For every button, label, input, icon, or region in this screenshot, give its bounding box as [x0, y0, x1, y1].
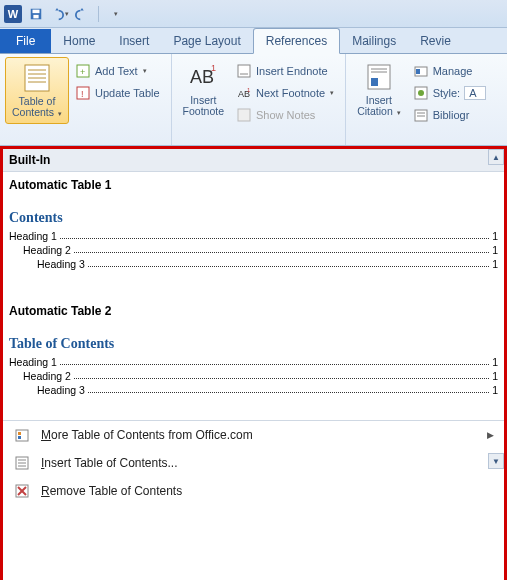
menu-remove-toc[interactable]: Remove Table of Contents: [3, 477, 504, 505]
svg-text:+: +: [80, 67, 85, 77]
tab-page-layout[interactable]: Page Layout: [161, 29, 252, 53]
toc-heading: Heading 2: [23, 370, 71, 382]
toc-leader: [88, 384, 489, 393]
gallery-item-contents-title: Contents: [9, 210, 498, 226]
tab-review[interactable]: Revie: [408, 29, 463, 53]
update-table-button[interactable]: ! Update Table: [71, 83, 164, 103]
next-footnote-icon: AB1: [236, 85, 252, 101]
svg-rect-24: [416, 69, 420, 74]
style-dropdown[interactable]: Style: A: [409, 83, 490, 103]
tab-home[interactable]: Home: [51, 29, 107, 53]
tab-file[interactable]: File: [0, 29, 51, 53]
insert-citation-button[interactable]: InsertCitation ▾: [351, 57, 407, 122]
ribbon: Table ofContents ▾ + Add Text▾ ! Update …: [0, 54, 507, 146]
next-footnote-button[interactable]: AB1 Next Footnote▾: [232, 83, 338, 103]
toc-heading: Heading 3: [37, 258, 85, 270]
menu-insert-toc[interactable]: Insert Table of Contents...: [3, 449, 504, 477]
add-text-icon: +: [75, 63, 91, 79]
office-icon: [13, 427, 31, 443]
ribbon-tabs: File Home Insert Page Layout References …: [0, 28, 507, 54]
insert-endnote-label: Insert Endnote: [256, 65, 328, 77]
gallery-section-header: Built-In: [3, 149, 504, 172]
qat-customize-button[interactable]: ▾: [106, 5, 124, 23]
chevron-down-icon: ▼: [492, 457, 500, 466]
svg-rect-20: [371, 78, 378, 86]
gallery-menu: More Table of Contents from Office.com ▶…: [3, 420, 504, 505]
show-notes-button: Show Notes: [232, 105, 338, 125]
gallery-item-title: Automatic Table 2: [9, 304, 498, 318]
gallery-item-title: Automatic Table 1: [9, 178, 498, 192]
gallery-item-auto1[interactable]: Automatic Table 1 Contents Heading 11 He…: [3, 172, 504, 280]
toc-leader: [60, 356, 489, 365]
svg-text:1: 1: [211, 63, 216, 73]
group-citations: InsertCitation ▾ Manage Style: A Bibliog…: [346, 54, 496, 145]
insert-footnote-button[interactable]: AB1 InsertFootnote: [177, 57, 230, 121]
svg-text:!: !: [81, 89, 84, 99]
svg-point-26: [418, 90, 424, 96]
footnote-icon: AB1: [187, 61, 219, 93]
insert-endnote-button[interactable]: Insert Endnote: [232, 61, 338, 81]
menu-label: Remove Table of Contents: [41, 484, 182, 498]
bibliography-label: Bibliogr: [433, 109, 470, 121]
tab-mailings[interactable]: Mailings: [340, 29, 408, 53]
dropdown-icon: ▾: [114, 10, 118, 18]
show-notes-label: Show Notes: [256, 109, 315, 121]
redo-icon: [74, 6, 90, 22]
menu-label: Insert Table of Contents...: [41, 456, 178, 470]
toc-heading: Heading 3: [37, 384, 85, 396]
table-of-contents-button[interactable]: Table ofContents ▾: [5, 57, 69, 124]
svg-rect-30: [16, 430, 28, 441]
gallery-scrollbar: ▲ ▼: [488, 149, 504, 469]
qat-undo-button[interactable]: ▾: [50, 5, 68, 23]
add-text-button[interactable]: + Add Text▾: [71, 61, 164, 81]
title-bar: W ▾ ▾: [0, 0, 507, 28]
gallery-item-auto2[interactable]: Automatic Table 2 Table of Contents Head…: [3, 298, 504, 406]
manage-label: Manage: [433, 65, 473, 77]
svg-rect-32: [18, 436, 21, 439]
scroll-down-button[interactable]: ▼: [488, 453, 504, 469]
qat-save-button[interactable]: [27, 5, 45, 23]
manage-sources-button[interactable]: Manage: [409, 61, 490, 81]
group-footnotes: AB1 InsertFootnote Insert Endnote AB1 Ne…: [172, 54, 347, 145]
dropdown-icon: ▾: [397, 109, 401, 116]
update-icon: !: [75, 85, 91, 101]
toc-label-2: Contents: [12, 106, 54, 118]
svg-text:1: 1: [247, 87, 251, 93]
dropdown-icon: ▾: [58, 110, 62, 117]
style-label: Style:: [433, 87, 461, 99]
bibliography-icon: [413, 107, 429, 123]
dropdown-icon: ▾: [143, 67, 147, 75]
next-footnote-label: Next Footnote: [256, 87, 325, 99]
menu-more-office[interactable]: More Table of Contents from Office.com ▶: [3, 421, 504, 449]
chevron-up-icon: ▲: [492, 153, 500, 162]
update-table-label: Update Table: [95, 87, 160, 99]
toc-heading: Heading 1: [9, 356, 57, 368]
remove-toc-icon: [13, 483, 31, 499]
tab-insert[interactable]: Insert: [107, 29, 161, 53]
toc-leader: [60, 230, 489, 239]
undo-icon: [50, 6, 64, 22]
endnote-icon: [236, 63, 252, 79]
svg-rect-2: [33, 14, 38, 18]
toc-icon: [21, 62, 53, 94]
add-text-label: Add Text: [95, 65, 138, 77]
menu-label: More Table of Contents from Office.com: [41, 428, 253, 442]
qat-redo-button[interactable]: [73, 5, 91, 23]
toc-leader: [88, 258, 489, 267]
gallery-item-contents-title: Table of Contents: [9, 336, 498, 352]
style-icon: [413, 85, 429, 101]
group-toc: Table ofContents ▾ + Add Text▾ ! Update …: [0, 54, 172, 145]
scroll-up-button[interactable]: ▲: [488, 149, 504, 165]
bibliography-button[interactable]: Bibliogr: [409, 105, 490, 125]
svg-rect-1: [33, 9, 40, 13]
insert-citation-l2: Citation: [357, 105, 393, 117]
svg-rect-18: [238, 109, 250, 121]
svg-rect-31: [18, 432, 21, 435]
save-icon: [28, 6, 44, 22]
show-notes-icon: [236, 107, 252, 123]
qat-separator: [98, 6, 99, 22]
toc-heading: Heading 2: [23, 244, 71, 256]
tab-references[interactable]: References: [253, 28, 340, 54]
svg-rect-14: [238, 65, 250, 77]
insert-toc-icon: [13, 455, 31, 471]
